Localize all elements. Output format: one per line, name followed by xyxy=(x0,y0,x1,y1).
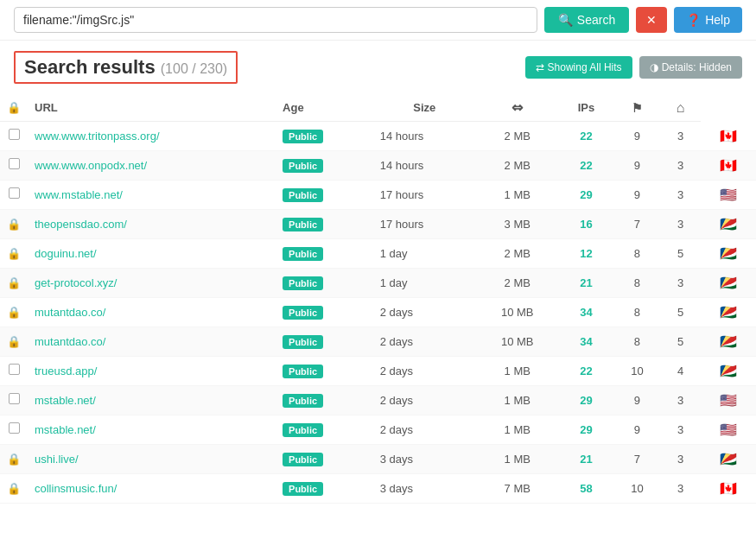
details-icon: ◑ xyxy=(650,61,658,73)
help-button[interactable]: ❓ Help xyxy=(674,7,742,33)
row-age: 17 hours xyxy=(373,180,476,209)
row-url[interactable]: doguinu.net/ xyxy=(28,238,276,268)
row-url[interactable]: mstable.net/ xyxy=(28,385,276,415)
url-link[interactable]: www.mstable.net/ xyxy=(35,188,123,201)
public-badge: Public xyxy=(283,130,323,143)
url-link[interactable]: mstable.net/ xyxy=(35,423,96,436)
row-ips: 8 xyxy=(613,297,660,327)
url-link[interactable]: collinsmusic.fun/ xyxy=(35,482,117,495)
public-badge: Public xyxy=(283,188,323,202)
results-title-box: Search results (100 / 230) xyxy=(14,51,238,84)
url-link[interactable]: theopensdao.com/ xyxy=(35,218,127,231)
row-flag: 🇸🇨 xyxy=(701,356,756,385)
search-input-wrap[interactable] xyxy=(14,7,537,33)
row-ips: 7 xyxy=(613,209,660,238)
row-crawls: 3 xyxy=(661,209,701,238)
row-age: 3 days xyxy=(373,444,476,473)
row-url[interactable]: www.mstable.net/ xyxy=(28,180,276,209)
url-link[interactable]: doguinu.net/ xyxy=(35,247,97,260)
row-lock-icon: 🔒 xyxy=(0,327,28,356)
row-size: 3 MB xyxy=(476,209,559,238)
row-hits: 21 xyxy=(559,444,614,473)
lock-icon: 🔒 xyxy=(7,482,21,495)
row-age: 14 hours xyxy=(373,150,476,180)
row-crawls: 4 xyxy=(661,356,701,385)
lock-icon: 🔒 xyxy=(7,453,21,466)
row-badge: Public xyxy=(276,268,373,297)
row-crawls: 3 xyxy=(661,444,701,473)
table-row: www.www.tritonpass.org/Public14 hours2 M… xyxy=(0,122,756,151)
row-lock-icon: 🔒 xyxy=(0,297,28,327)
row-size: 2 MB xyxy=(476,268,559,297)
public-badge: Public xyxy=(283,218,323,231)
url-link[interactable]: mutantdao.co/ xyxy=(35,335,105,348)
row-lock-icon xyxy=(0,122,28,151)
row-url[interactable]: mutantdao.co/ xyxy=(28,327,276,356)
row-age: 2 days xyxy=(373,327,476,356)
table-row: 🔒mutantdao.co/Public2 days10 MB3485🇸🇨 xyxy=(0,297,756,327)
row-url[interactable]: mutantdao.co/ xyxy=(28,297,276,327)
url-link[interactable]: ushi.live/ xyxy=(35,453,79,466)
lock-icon: 🔒 xyxy=(7,247,21,260)
table-row: mstable.net/Public2 days1 MB2993🇺🇸 xyxy=(0,385,756,415)
row-crawls: 5 xyxy=(661,238,701,268)
showing-all-hits-button[interactable]: ⇄ Showing All Hits xyxy=(525,56,632,79)
help-icon: ❓ xyxy=(686,13,701,27)
url-link[interactable]: www.www.onpodx.net/ xyxy=(35,159,147,172)
row-badge: Public xyxy=(276,150,373,180)
search-input[interactable] xyxy=(23,13,528,27)
row-url[interactable]: collinsmusic.fun/ xyxy=(28,473,276,503)
row-flag: 🇸🇨 xyxy=(701,327,756,356)
public-badge: Public xyxy=(283,159,323,173)
row-crawls: 3 xyxy=(661,180,701,209)
public-badge: Public xyxy=(283,276,323,290)
row-url[interactable]: www.www.onpodx.net/ xyxy=(28,150,276,180)
row-ips: 9 xyxy=(613,150,660,180)
url-link[interactable]: www.www.tritonpass.org/ xyxy=(35,130,160,143)
results-table: 🔒 URL Age Size ⇔ IPs ⚑ ⌂ www.www.tritonp… xyxy=(0,94,756,504)
url-link[interactable]: trueusd.app/ xyxy=(35,365,97,377)
row-lock-icon: 🔒 xyxy=(0,209,28,238)
row-badge: Public xyxy=(276,238,373,268)
row-url[interactable]: get-protocol.xyz/ xyxy=(28,268,276,297)
row-url[interactable]: theopensdao.com/ xyxy=(28,209,276,238)
showing-label: Showing All Hits xyxy=(548,61,622,73)
row-lock-icon: 🔒 xyxy=(0,473,28,503)
close-icon: ✕ xyxy=(646,13,657,27)
row-age: 2 days xyxy=(373,385,476,415)
table-row: mstable.net/Public2 days1 MB2993🇺🇸 xyxy=(0,415,756,444)
row-size: 10 MB xyxy=(476,297,559,327)
row-size: 10 MB xyxy=(476,327,559,356)
row-lock-icon xyxy=(0,356,28,385)
row-url[interactable]: mstable.net/ xyxy=(28,415,276,444)
public-badge: Public xyxy=(283,453,323,466)
lock-icon: 🔒 xyxy=(7,218,21,231)
row-crawls: 3 xyxy=(661,122,701,151)
col-hits: ⇔ xyxy=(476,94,559,122)
url-link[interactable]: mutantdao.co/ xyxy=(35,306,105,319)
results-header: Search results (100 / 230) ⇄ Showing All… xyxy=(0,41,756,94)
row-age: 14 hours xyxy=(373,122,476,151)
url-link[interactable]: mstable.net/ xyxy=(35,394,96,407)
details-hidden-button[interactable]: ◑ Details: Hidden xyxy=(639,56,742,79)
row-url[interactable]: ushi.live/ xyxy=(28,444,276,473)
row-hits: 22 xyxy=(559,356,614,385)
row-flag: 🇺🇸 xyxy=(701,180,756,209)
row-ips: 8 xyxy=(613,268,660,297)
row-crawls: 3 xyxy=(661,415,701,444)
row-crawls: 3 xyxy=(661,268,701,297)
url-link[interactable]: get-protocol.xyz/ xyxy=(35,276,117,289)
public-badge: Public xyxy=(283,365,323,378)
public-badge: Public xyxy=(283,335,323,349)
row-url[interactable]: trueusd.app/ xyxy=(28,356,276,385)
row-hits: 22 xyxy=(559,150,614,180)
unlock-icon xyxy=(9,130,20,143)
row-badge: Public xyxy=(276,327,373,356)
row-badge: Public xyxy=(276,122,373,151)
row-hits: 12 xyxy=(559,238,614,268)
row-ips: 10 xyxy=(613,356,660,385)
search-button[interactable]: 🔍 Search xyxy=(544,7,629,33)
col-ips: IPs xyxy=(559,94,614,122)
close-button[interactable]: ✕ xyxy=(636,7,667,33)
row-url[interactable]: www.www.tritonpass.org/ xyxy=(28,122,276,151)
